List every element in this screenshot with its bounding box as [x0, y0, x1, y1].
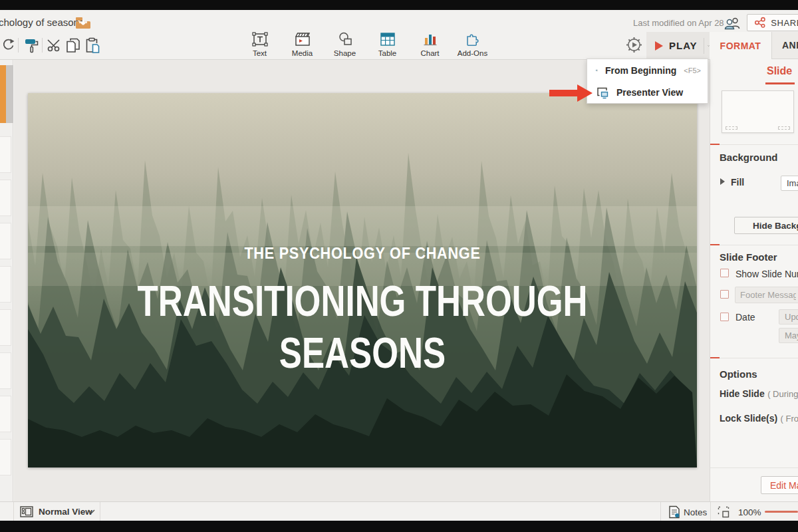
current-slide[interactable]: THE PSYCHOLOGY OF CHANGE TRANSITIONING T… — [28, 93, 697, 467]
fill-label: Fill — [731, 177, 744, 188]
annotation-arrow — [549, 83, 593, 103]
slide-title-textbox[interactable]: TRANSITIONING THROUGH SEASONS — [95, 275, 630, 379]
slide-title-line1: TRANSITIONING THROUGH — [95, 275, 630, 327]
slide-thumbnail[interactable] — [0, 352, 11, 389]
slide-kicker-textbox[interactable]: THE PSYCHOLOGY OF CHANGE — [48, 245, 677, 263]
hide-slide-option[interactable]: Hide Slide ( During Sli — [720, 388, 798, 400]
insert-text-button[interactable]: Text — [241, 29, 278, 57]
app-window: chology of seasons Last modified on Apr … — [0, 0, 798, 532]
view-mode-chevron-icon[interactable] — [88, 509, 95, 514]
puzzle-icon — [464, 31, 482, 48]
hide-background-button[interactable]: Hide Backgr — [734, 217, 798, 234]
play-triangle-icon[interactable] — [655, 41, 663, 51]
slide-thumbnail[interactable] — [0, 180, 11, 216]
slide-thumbnail[interactable] — [0, 136, 11, 173]
lock-slides-option[interactable]: Lock Slide(s) ( From E — [720, 412, 798, 424]
tab-animate[interactable]: ANI — [771, 32, 798, 59]
slide-thumbnail-strip[interactable] — [0, 60, 13, 501]
insert-shape-button[interactable]: Shape — [327, 29, 363, 57]
zoom-slider[interactable] — [765, 511, 798, 513]
footer-message-input[interactable] — [735, 287, 798, 303]
insert-tool-label: Media — [292, 49, 313, 57]
slide-thumbnail[interactable] — [0, 396, 11, 432]
letterbox-top — [0, 0, 798, 10]
preview-placeholder-mark — [726, 126, 737, 130]
letterbox-bottom — [0, 521, 798, 532]
menu-item-presenter-view[interactable]: Presenter View — [587, 81, 708, 103]
footer-message-checkbox[interactable] — [720, 290, 729, 299]
menu-item-shortcut: <F5> — [684, 66, 701, 74]
slide-title-line2: SEASONS — [95, 327, 630, 379]
toolbar-separator — [18, 38, 19, 53]
background-heading: Background — [720, 152, 778, 163]
statusbar-separator — [710, 502, 711, 521]
share-button[interactable]: SHARE — [747, 14, 798, 31]
date-value-select[interactable]: May — [779, 328, 798, 343]
insert-addons-button[interactable]: Add-Ons — [454, 29, 491, 57]
slide-thumbnail[interactable] — [0, 223, 11, 259]
date-checkbox[interactable] — [720, 313, 729, 321]
insert-tool-label: Chart — [420, 49, 439, 57]
copy-icon[interactable] — [65, 37, 81, 54]
share-label: SHARE — [771, 18, 798, 28]
preview-placeholder-mark — [778, 126, 790, 130]
tab-format[interactable]: FORMAT — [710, 32, 771, 59]
section-divider — [710, 358, 798, 358]
format-panel: Slide Background Fill Ima Hide Backgr Sl… — [710, 59, 798, 501]
date-label: Date — [735, 312, 755, 323]
text-box-icon — [251, 31, 269, 48]
redo-icon[interactable] — [1, 38, 16, 53]
show-slide-number-label: Show Slide Numb — [735, 269, 798, 279]
table-icon — [379, 31, 396, 48]
clapperboard-icon — [293, 31, 312, 48]
move-to-folder-icon[interactable] — [75, 16, 91, 29]
selected-slide-thumbnail[interactable] — [6, 65, 13, 123]
subtab-slide[interactable]: Slide — [767, 65, 792, 77]
insert-tool-label: Table — [378, 49, 397, 57]
toolbar-separator — [42, 38, 43, 53]
options-heading: Options — [720, 368, 757, 380]
present-from-beginning-icon — [596, 64, 598, 77]
play-button-zone: PLAY — [646, 32, 710, 59]
document-title[interactable]: chology of seasons — [0, 17, 84, 28]
normal-view-icon[interactable] — [20, 506, 33, 517]
statusbar-separator — [13, 502, 14, 521]
view-mode-selector[interactable]: Normal View — [39, 507, 92, 517]
date-mode-select[interactable]: Upda — [779, 309, 798, 325]
selected-slide-indicator — [0, 65, 6, 123]
menu-item-label: From Beginning — [605, 65, 676, 76]
notes-icon[interactable] — [668, 505, 680, 519]
slide-thumbnail[interactable] — [0, 266, 11, 303]
fill-type-select[interactable]: Ima — [781, 176, 798, 191]
insert-media-button[interactable]: Media — [284, 29, 321, 57]
menu-item-label: Presenter View — [616, 87, 683, 98]
share-nodes-icon — [754, 17, 766, 29]
show-slide-number-checkbox[interactable] — [720, 269, 729, 277]
insert-tool-label: Text — [253, 49, 267, 57]
slideshow-settings-gear-icon[interactable] — [625, 36, 643, 54]
fill-expand-caret-icon[interactable] — [720, 178, 725, 185]
insert-table-button[interactable]: Table — [369, 29, 406, 57]
hide-slide-label: Hide Slide — [720, 388, 765, 399]
paste-icon[interactable] — [84, 37, 100, 54]
status-bar: Normal View Notes 100% — [0, 501, 798, 521]
hide-slide-note: ( During Sli — [767, 389, 798, 399]
section-divider — [710, 144, 798, 145]
lock-slides-label: Lock Slide(s) — [720, 413, 777, 424]
cut-icon[interactable] — [47, 37, 63, 53]
shapes-icon — [336, 31, 354, 48]
zoom-level-value[interactable]: 100% — [738, 507, 761, 517]
insert-chart-button[interactable]: Chart — [412, 29, 448, 57]
slide-thumbnail[interactable] — [0, 439, 11, 475]
play-button[interactable]: PLAY — [669, 40, 698, 51]
slide-thumbnail[interactable] — [0, 309, 11, 346]
fit-to-screen-icon[interactable] — [718, 506, 730, 518]
notes-toggle[interactable]: Notes — [684, 507, 707, 517]
section-divider — [710, 245, 798, 245]
collaborators-icon[interactable] — [722, 16, 742, 31]
format-painter-icon[interactable] — [24, 37, 40, 54]
slide-layout-preview[interactable] — [722, 90, 794, 133]
edit-master-button[interactable]: Edit Ma — [761, 476, 798, 494]
menu-item-from-beginning[interactable]: From Beginning <F5> — [587, 59, 708, 81]
section-divider-accent — [710, 244, 720, 245]
